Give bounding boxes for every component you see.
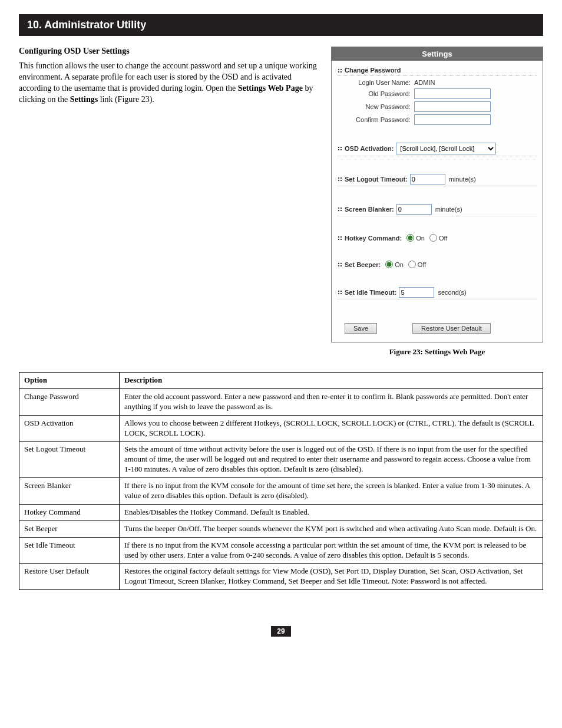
page-number: 29	[271, 626, 290, 637]
idle-timeout-input[interactable]	[399, 287, 434, 298]
hotkey-off-radio[interactable]	[429, 234, 437, 242]
table-row: Restore User DefaultRestores the origina…	[19, 564, 543, 590]
set-beeper-row: Set Beeper: On Off	[338, 261, 537, 269]
hotkey-command-row: Hotkey Command: On Off	[338, 234, 537, 243]
cell-option: Change Password	[19, 388, 120, 415]
beeper-off-text: Off	[418, 261, 426, 268]
cell-description: Enables/Disables the Hotkey Command. Def…	[120, 504, 543, 521]
idle-timeout-unit: second(s)	[438, 289, 466, 296]
logout-timeout-label: Set Logout Timeout:	[345, 176, 408, 183]
settings-panel: Settings Change Password Login User Name…	[331, 47, 543, 342]
new-password-input[interactable]	[414, 101, 491, 112]
old-password-input[interactable]	[414, 88, 491, 99]
table-header-row: Option Description	[19, 373, 543, 389]
table-row: Screen BlankerIf there is no input from …	[19, 478, 543, 505]
beeper-off-option[interactable]: Off	[408, 261, 426, 268]
hotkey-on-radio[interactable]	[406, 234, 414, 242]
logout-timeout-row: Set Logout Timeout: minute(s)	[338, 174, 537, 186]
table-row: Set BeeperTurns the beeper On/Off. The b…	[19, 521, 543, 537]
osd-activation-select[interactable]: [Scroll Lock], [Scroll Lock]	[396, 143, 496, 154]
osd-activation-label: OSD Activation:	[345, 145, 394, 152]
idle-timeout-label: Set Idle Timeout:	[345, 289, 396, 296]
new-password-label: New Password:	[338, 103, 414, 110]
table-row: Set Idle TimeoutIf there is no input fro…	[19, 537, 543, 564]
cell-option: OSD Activation	[19, 415, 120, 442]
options-table: Option Description Change PasswordEnter …	[19, 372, 543, 590]
screen-blanker-row: Screen Blanker: minute(s)	[338, 204, 537, 216]
cell-description: Sets the amount of time without activity…	[120, 442, 543, 478]
cell-option: Set Logout Timeout	[19, 442, 120, 478]
cell-description: Enter the old account password. Enter a …	[120, 388, 543, 415]
cell-option: Restore User Default	[19, 564, 120, 590]
login-user-value: ADMIN	[414, 79, 435, 86]
hotkey-command-label: Hotkey Command:	[345, 235, 402, 242]
cell-option: Set Beeper	[19, 521, 120, 537]
hotkey-on-text: On	[416, 235, 425, 242]
logout-timeout-unit: minute(s)	[449, 176, 476, 183]
table-row: Set Logout TimeoutSets the amount of tim…	[19, 442, 543, 478]
table-row: OSD ActivationAllows you to choose betwe…	[19, 415, 543, 442]
hotkey-off-text: Off	[439, 235, 447, 242]
intro-bold-2: Settings	[70, 95, 98, 104]
beeper-on-radio[interactable]	[385, 261, 393, 268]
cell-description: If there is no input from the KVM consol…	[120, 537, 543, 564]
th-option: Option	[19, 373, 120, 389]
table-row: Change PasswordEnter the old account pas…	[19, 388, 543, 415]
beeper-on-text: On	[395, 261, 404, 268]
idle-timeout-row: Set Idle Timeout: second(s)	[338, 287, 537, 299]
cell-description: If there is no input from the KVM consol…	[120, 478, 543, 505]
cell-description: Allows you to choose between 2 different…	[120, 415, 543, 442]
logout-timeout-input[interactable]	[410, 174, 445, 185]
old-password-label: Old Password:	[338, 90, 414, 97]
hotkey-off-option[interactable]: Off	[429, 234, 447, 242]
screen-blanker-input[interactable]	[396, 204, 432, 215]
cell-description: Restores the original factory default se…	[120, 564, 543, 590]
beeper-on-option[interactable]: On	[385, 261, 404, 268]
beeper-off-radio[interactable]	[408, 261, 416, 268]
change-password-heading: Change Password	[338, 64, 537, 75]
subheading: Configuring OSD User Settings	[19, 47, 317, 56]
cell-option: Set Idle Timeout	[19, 537, 120, 564]
save-button[interactable]: Save	[345, 323, 377, 334]
restore-default-button[interactable]: Restore User Default	[412, 323, 491, 334]
screen-blanker-unit: minute(s)	[435, 206, 462, 213]
confirm-password-label: Confirm Password:	[338, 116, 414, 123]
th-description: Description	[120, 373, 543, 389]
section-header: 10. Administrator Utility	[19, 14, 543, 36]
hotkey-on-option[interactable]: On	[406, 234, 425, 242]
login-user-label: Login User Name:	[338, 79, 414, 86]
panel-title: Settings	[332, 47, 543, 61]
confirm-password-input[interactable]	[414, 114, 491, 125]
table-row: Hotkey CommandEnables/Disables the Hotke…	[19, 504, 543, 521]
intro-text-3: link (Figure 23).	[98, 95, 154, 104]
intro-paragraph: This function allows the user to change …	[19, 61, 317, 106]
set-beeper-label: Set Beeper:	[345, 261, 381, 268]
cell-description: Turns the beeper On/Off. The beeper soun…	[120, 521, 543, 537]
screen-blanker-label: Screen Blanker:	[345, 206, 394, 213]
figure-caption: Figure 23: Settings Web Page	[331, 347, 543, 357]
cell-option: Screen Blanker	[19, 478, 120, 505]
intro-bold-1: Settings Web Page	[238, 84, 303, 93]
cell-option: Hotkey Command	[19, 504, 120, 521]
osd-activation-row: OSD Activation: [Scroll Lock], [Scroll L…	[338, 143, 537, 156]
